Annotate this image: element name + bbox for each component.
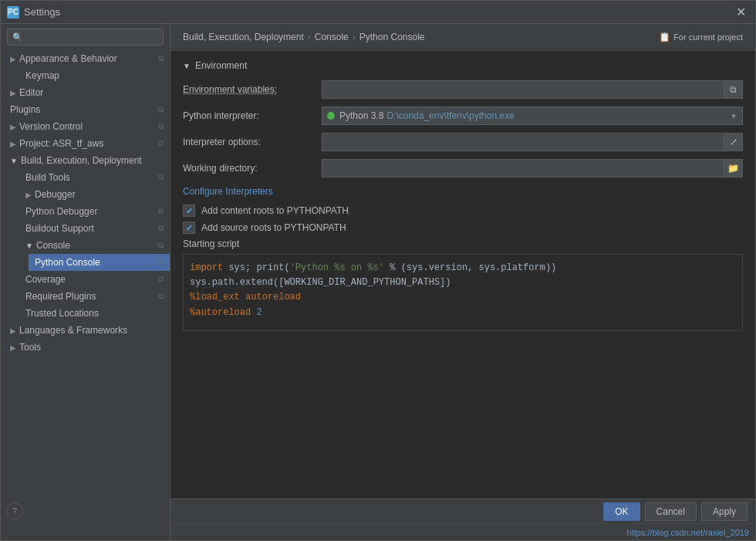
code-line-3: %load_ext autoreload [190, 290, 736, 305]
checkmark-icon: ✔ [186, 206, 193, 216]
copy-icon: ⧉ [158, 258, 164, 267]
env-variables-label: Environment variables: [183, 84, 322, 95]
interpreter-options-label: Interpreter options: [183, 137, 322, 147]
copy-icon: ⧉ [158, 173, 164, 182]
cancel-button[interactable]: Cancel [645, 502, 697, 521]
collapse-icon: ▶ [10, 89, 16, 97]
code-text: %load_ext autoreload [190, 292, 301, 303]
checkbox-source-roots-label: Add source roots to PYTHONPATH [201, 222, 346, 233]
code-line-2: sys.path.extend([WORKING_DIR_AND_PYTHON_… [190, 276, 736, 290]
search-input[interactable] [26, 32, 158, 42]
working-directory-input[interactable] [322, 159, 724, 178]
window-title: Settings [24, 6, 733, 18]
checkbox-content-roots[interactable]: ✔ [183, 205, 195, 217]
ok-button[interactable]: OK [603, 502, 640, 521]
sidebar-item-console[interactable]: ▼ Console ⧉ [19, 237, 170, 254]
copy-icon: ⧉ [158, 122, 164, 131]
code-string: 'Python %s on %s' [290, 262, 384, 273]
help-button[interactable]: ? [6, 502, 23, 519]
checkbox-content-roots-label: Add content roots to PYTHONPATH [201, 205, 349, 216]
sidebar-item-project[interactable]: ▶ Project: ASR_tf_aws ⧉ [1, 135, 170, 152]
env-variables-input[interactable] [322, 80, 724, 99]
sidebar-item-coverage[interactable]: Coverage ⧉ [19, 271, 170, 288]
starting-script-label: Starting script [183, 238, 743, 249]
sidebar-item-editor[interactable]: ▶ Editor [1, 84, 170, 101]
copy-icon: ⧉ [158, 292, 164, 301]
interpreter-options-input[interactable] [322, 133, 724, 151]
section-arrow-icon: ▼ [183, 62, 191, 70]
breadcrumb-part2: Console [315, 32, 349, 42]
working-directory-label: Working directory: [183, 163, 322, 174]
interpreter-selector[interactable]: Python 3.8 D:\conda_env\tfenv\python.exe… [322, 107, 743, 125]
env-variables-input-wrap: ⧉ [322, 80, 743, 99]
dropdown-arrow-icon: ▼ [730, 112, 737, 120]
starting-script-editor[interactable]: import sys; print('Python %s on %s' % (s… [183, 254, 743, 331]
sidebar-item-python-console[interactable]: Python Console ⧉ [29, 254, 170, 271]
python-interpreter-row: Python interpreter: Python 3.8 D:\conda_… [183, 107, 743, 125]
app-icon: PC [7, 6, 19, 19]
sidebar-item-languages[interactable]: ▶ Languages & Frameworks [1, 322, 170, 339]
checkbox-source-roots[interactable]: ✔ [183, 221, 195, 234]
env-variables-copy-button[interactable]: ⧉ [724, 80, 743, 99]
sidebar-item-plugins[interactable]: Plugins ⧉ [1, 101, 170, 118]
search-icon: 🔍 [12, 32, 23, 42]
code-number: 2 [256, 307, 262, 318]
sidebar-item-build-tools[interactable]: Build Tools ⧉ [19, 169, 170, 186]
sidebar-sub-console: Python Console ⧉ [19, 254, 170, 271]
sidebar-item-python-debugger[interactable]: Python Debugger ⧉ [19, 203, 170, 220]
breadcrumb: Build, Execution, Deployment › Console ›… [170, 24, 755, 51]
interpreter-options-row: Interpreter options: ⤢ [183, 133, 743, 151]
sidebar-item-keymap[interactable]: Keymap [19, 67, 170, 84]
settings-content: ▼ Environment Environment variables: ⧉ [170, 51, 755, 499]
sidebar-item-appearance[interactable]: ▶ Appearance & Behavior ⧉ [1, 50, 170, 67]
interpreter-status-dot [327, 112, 335, 120]
sidebar-item-required-plugins[interactable]: Required Plugins ⧉ [19, 288, 170, 305]
working-directory-input-wrap: 📁 [322, 159, 743, 178]
code-line-1: import sys; print('Python %s on %s' % (s… [190, 261, 736, 276]
sidebar-item-tools[interactable]: ▶ Tools [1, 339, 170, 356]
checkmark-icon: ✔ [186, 223, 193, 233]
breadcrumb-sep2: › [353, 32, 356, 42]
interpreter-version: Python 3.8 [339, 110, 383, 121]
working-directory-browse-button[interactable]: 📁 [724, 159, 743, 178]
apply-button[interactable]: Apply [701, 502, 748, 521]
collapse-icon: ▶ [10, 326, 16, 335]
collapse-icon: ▶ [10, 140, 16, 148]
code-text: % (sys.version, sys.platform)) [384, 262, 556, 273]
copy-icon: ⧉ [158, 139, 164, 148]
status-bar: https://blog.csdn.net/rasiel_2019 [170, 523, 755, 540]
code-line-4: %autoreload 2 [190, 306, 736, 320]
collapse-icon: ▶ [10, 55, 16, 63]
python-interpreter-label: Python interpreter: [183, 110, 322, 121]
interpreter-path: D:\conda_env\tfenv\python.exe [386, 110, 514, 121]
sidebar-item-version-control[interactable]: ▶ Version Control ⧉ [1, 118, 170, 135]
sidebar-item-debugger[interactable]: ▶ Debugger [19, 186, 170, 203]
copy-icon: ⧉ [158, 207, 164, 216]
environment-section-header: ▼ Environment [183, 60, 743, 71]
env-variables-row: Environment variables: ⧉ [183, 80, 743, 99]
sidebar-item-trusted-locations[interactable]: Trusted Locations [19, 305, 170, 322]
for-current-project-button[interactable]: 📋 For current project [659, 32, 743, 42]
code-keyword: import [190, 262, 223, 273]
sidebar-item-build-exec[interactable]: ▼ Build, Execution, Deployment [1, 152, 170, 169]
configure-interpreters-link[interactable]: Configure Interpreters [183, 186, 273, 197]
copy-icon: ⧉ [158, 54, 164, 63]
bottom-bar: OK Cancel Apply [170, 499, 755, 523]
expand-icon: ▼ [10, 157, 18, 165]
close-button[interactable]: ✕ [733, 5, 749, 19]
interpreter-options-input-wrap: ⤢ [322, 133, 743, 151]
copy-icon: ⧉ [158, 241, 164, 250]
working-directory-row: Working directory: 📁 [183, 159, 743, 178]
main-content: Build, Execution, Deployment › Console ›… [170, 24, 755, 540]
titlebar: PC Settings ✕ [1, 1, 755, 24]
expand-icon: ▼ [25, 242, 33, 250]
interpreter-options-expand-button[interactable]: ⤢ [724, 133, 743, 151]
sidebar-item-buildout-support[interactable]: Buildout Support ⧉ [19, 220, 170, 237]
collapse-icon: ▶ [10, 343, 16, 352]
status-url[interactable]: https://blog.csdn.net/rasiel_2019 [627, 528, 749, 537]
code-text: sys.path.extend([WORKING_DIR_AND_PYTHON_… [190, 277, 451, 288]
settings-window: PC Settings ✕ 🔍 ▶ Appearance & Behavior … [0, 0, 756, 541]
search-box[interactable]: 🔍 [7, 29, 164, 46]
code-text: %autoreload [190, 307, 256, 318]
project-icon: 📋 [659, 32, 670, 42]
